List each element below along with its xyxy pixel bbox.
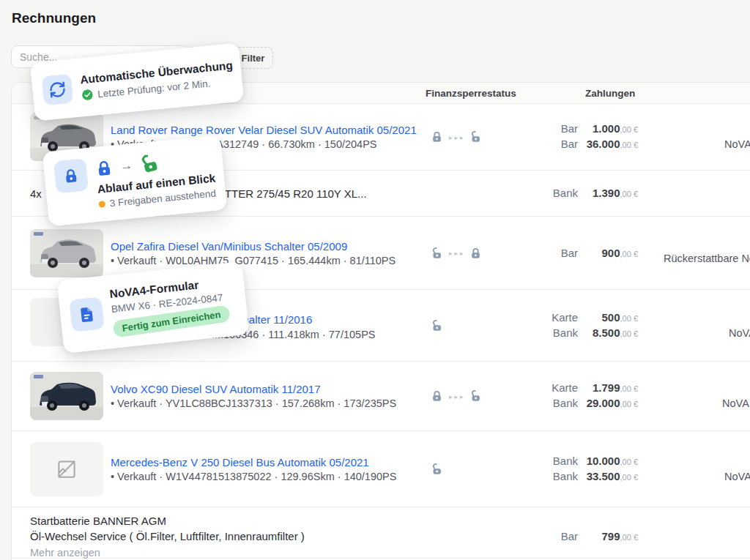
invoices-page: { "page": { "title": "Rechnungen" }, "to… (0, 0, 750, 560)
lock-closed-icon (94, 158, 114, 177)
lock-closed-icon (431, 131, 443, 143)
payments-cell: Bar799,00 € (513, 529, 638, 545)
table-row[interactable]: Startbatterie BANNER AGM Öl-Wechsel Serv… (12, 507, 750, 559)
vehicle-title-link[interactable]: chalter 11/2016 (237, 313, 312, 326)
check-circle-icon (81, 89, 94, 101)
pending-dot-icon (98, 201, 105, 208)
lock-open-icon (431, 247, 443, 259)
payments-cell: Bar1.000,00 € Bar36.000,00 € (513, 122, 638, 152)
vehicle-details: • Verkauft · YV1LC88BCJ1337313 · 157.268… (111, 397, 396, 409)
lock-open-icon (469, 390, 482, 403)
lock-open-icon (138, 152, 162, 176)
vehicle-title-link[interactable]: Volvo XC90 Diesel SUV Automatik 11/2017 (111, 383, 396, 395)
service-item: Öl-Wechsel Service ( Öl.Filter, Luftfilt… (30, 530, 305, 542)
arrow-right-icon: → (119, 159, 133, 173)
payments-cell: Bar900,00 € (513, 245, 638, 261)
payments-cell: Karte500,00 € Bank8.500,00 € (513, 310, 638, 341)
vehicle-title-link[interactable]: Mercedes-Benz V 250 Diesel Bus Automatik… (111, 456, 396, 468)
finance-lock-status-locked-to-unlocked: ▸▸▸ (431, 131, 482, 143)
lock-closed-icon (469, 247, 482, 259)
vehicle-title-link[interactable]: Land Rover Range Rover Velar Diesel SUV … (111, 124, 417, 136)
finance-lock-status-locked-to-unlocked: ▸▸▸ (431, 390, 482, 403)
document-icon (69, 296, 104, 332)
table-row[interactable]: Mercedes-Benz V 250 Diesel Bus Automatik… (12, 431, 750, 507)
page-title: Rechnungen (12, 10, 96, 26)
lock-open-icon (469, 131, 482, 143)
vehicle-details: • Verkauft · W1V44781513875022 · 129.96S… (111, 471, 396, 482)
transition-arrows-icon: ▸▸▸ (449, 133, 466, 141)
payments-cell: Bank10.000,00 € Bank33.500,00 € (513, 454, 638, 485)
finance-lock-status-unlocked (431, 463, 443, 475)
refresh-icon (42, 74, 74, 106)
finance-lock-status-unlocked (431, 319, 443, 332)
vehicle-title-link[interactable]: Opel Zafira Diesel Van/Minibus Schalter … (111, 240, 396, 253)
payments-cell: Karte1.799,00 € Bank29.000,00 € (513, 381, 638, 411)
nova-status: NoVA (722, 397, 749, 409)
show-more-link[interactable]: Mehr anzeigen (30, 547, 305, 559)
column-header-payments: Zahlungen (585, 88, 635, 99)
nova-status: NoVA (724, 138, 750, 150)
service-item: Startbatterie BANNER AGM (30, 515, 305, 527)
vehicle-details: • Verkauft · W0L0AHM75G077415 · 165.444k… (111, 255, 396, 266)
table-row[interactable]: Volvo XC90 Diesel SUV Automatik 11/2017 … (12, 362, 750, 431)
nova-status: Rückerstattbare NoVA (664, 253, 750, 264)
transition-arrows-icon: ▸▸▸ (449, 392, 466, 400)
transition-arrows-icon: ▸▸▸ (449, 250, 466, 257)
nova-status: NoVA (729, 327, 750, 339)
vehicle-photo[interactable] (30, 229, 103, 277)
finance-lock-status-unlocked-to-locked: ▸▸▸ (431, 247, 482, 259)
lock-closed-icon (53, 158, 89, 193)
broken-image-icon (56, 458, 78, 480)
missing-photo-placeholder (30, 442, 103, 496)
lock-open-icon (431, 319, 443, 332)
vehicle-photo[interactable] (30, 372, 103, 420)
lock-open-icon (431, 463, 443, 475)
column-header-finance-lock-status: Finanzsperrestatus (426, 88, 516, 99)
nova-status: NoVA (724, 471, 750, 482)
payments-cell: Bank1.390,00 € (513, 186, 638, 201)
lock-closed-icon (431, 390, 443, 403)
